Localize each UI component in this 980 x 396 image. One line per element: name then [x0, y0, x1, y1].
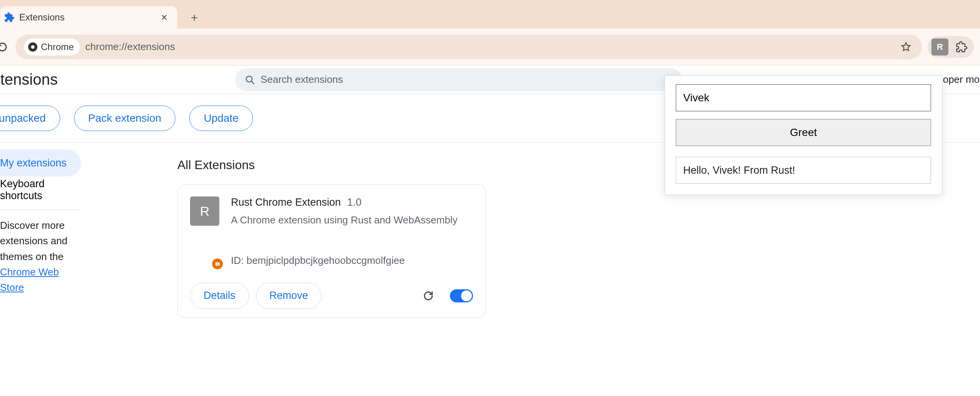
site-identity-chip[interactable]: Chrome — [24, 39, 80, 55]
address-bar-row: Chrome chrome://extensions R — [0, 29, 980, 65]
greet-button[interactable]: Greet — [676, 119, 931, 146]
url-text: chrome://extensions — [85, 41, 175, 53]
load-unpacked-button[interactable]: Load unpacked — [0, 106, 60, 131]
page-title: Extensions — [0, 71, 58, 88]
bookmark-star-button[interactable] — [898, 39, 914, 55]
extensions-page: Extensions Search extensions Developer m… — [0, 65, 980, 396]
sidebar-discover-note: Discover more extensions and themes on t… — [0, 218, 81, 295]
browser-tab[interactable]: Extensions — [0, 6, 177, 29]
search-placeholder: Search extensions — [261, 74, 343, 86]
search-icon — [244, 74, 255, 85]
extension-name: Rust Chrome Extension — [231, 196, 341, 208]
extension-description: A Chrome extension using Rust and WebAss… — [231, 213, 473, 228]
enable-extension-toggle[interactable] — [450, 289, 473, 302]
close-tab-button[interactable] — [159, 12, 170, 23]
extension-icon-wrap: R — [190, 196, 220, 267]
tab-strip: Extensions — [0, 0, 980, 29]
extension-popup: Greet Hello, Vivek! From Rust! — [665, 76, 942, 195]
address-bar[interactable]: Chrome chrome://extensions — [15, 35, 922, 59]
section-heading-all-extensions: All Extensions — [177, 158, 486, 172]
update-button[interactable]: Update — [189, 106, 253, 131]
profile-avatar: R — [931, 39, 948, 55]
pack-extension-button[interactable]: Pack extension — [74, 106, 176, 131]
sidebar-divider — [0, 210, 81, 210]
search-extensions-input[interactable]: Search extensions — [235, 68, 682, 91]
svg-point-4 — [217, 263, 218, 265]
extensions-toolbar-button[interactable] — [953, 39, 970, 55]
name-input[interactable] — [676, 84, 931, 111]
browser-chrome: Extensions Chrome chrome://extensions — [0, 0, 980, 65]
chrome-logo-icon — [28, 42, 38, 52]
sidebar: My extensions Keyboard shortcuts Discove… — [0, 143, 81, 318]
profile-chip[interactable]: R — [928, 36, 974, 58]
chrome-web-store-link[interactable]: Chrome Web Store — [0, 266, 59, 293]
greet-output: Hello, Vivek! From Rust! — [676, 157, 931, 184]
details-button[interactable]: Details — [190, 283, 249, 309]
extension-puzzle-icon — [4, 12, 15, 23]
extension-card: R Rust Chrome Extension 1.0 A Chrome ext… — [177, 185, 486, 318]
reload-button[interactable] — [0, 39, 10, 55]
extension-error-badge-icon — [211, 257, 224, 270]
remove-button[interactable]: Remove — [256, 283, 322, 309]
sidebar-note-text: Discover more extensions and themes on t… — [0, 220, 67, 262]
sidebar-item-keyboard-shortcuts[interactable]: Keyboard shortcuts — [0, 176, 81, 203]
sidebar-item-my-extensions[interactable]: My extensions — [0, 149, 81, 176]
tab-title: Extensions — [19, 12, 64, 23]
extension-version: 1.0 — [347, 196, 362, 208]
extension-id: ID: bemjpiclpdpbcjkgehoobccgmolfgiee — [231, 255, 473, 267]
main-column: All Extensions R Rust Chrome Extension 1… — [81, 143, 486, 318]
reload-extension-button[interactable] — [421, 288, 436, 304]
extension-icon: R — [190, 196, 219, 226]
new-tab-button[interactable] — [185, 8, 204, 27]
site-identity-label: Chrome — [41, 42, 74, 52]
svg-point-1 — [31, 45, 34, 49]
